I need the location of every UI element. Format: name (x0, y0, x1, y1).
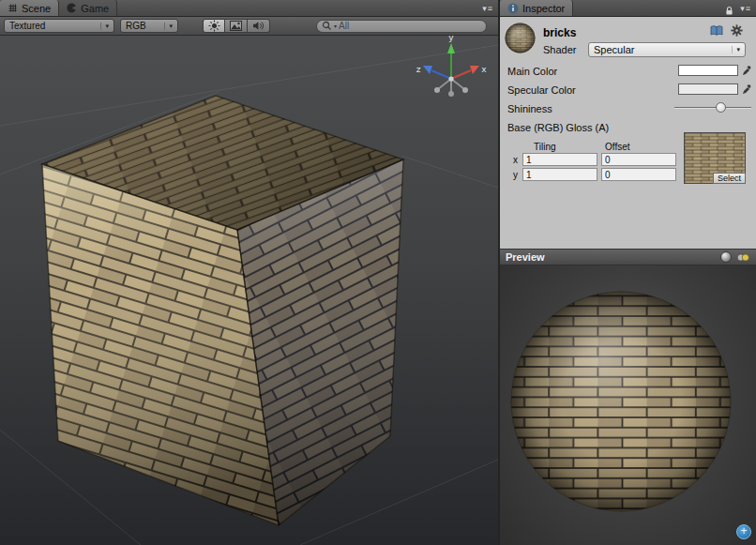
scene-grid-icon (8, 3, 18, 13)
tab-game-label: Game (81, 3, 109, 14)
offset-header: Offset (605, 142, 630, 152)
tab-inspector[interactable]: Inspector (500, 0, 573, 16)
offset-y-input[interactable] (601, 168, 676, 181)
main-color-label: Main Color (507, 66, 557, 77)
chevron-down-icon: ▾ (164, 23, 173, 30)
lock-icon[interactable] (725, 6, 733, 16)
tab-scene-label: Scene (22, 3, 51, 14)
sun-icon (208, 20, 220, 32)
offset-x-input[interactable] (601, 153, 676, 166)
axis-y-label: y (448, 36, 454, 42)
material-preview-sphere[interactable] (500, 265, 756, 545)
shininess-slider-track[interactable] (674, 107, 751, 109)
lighting-toggle-button[interactable] (203, 19, 225, 33)
preview-header-icons (720, 251, 750, 263)
search-filter-dropdown-icon[interactable]: ▾ (334, 23, 337, 29)
scene-tabbar: Scene Game ▾≡ (0, 0, 498, 17)
inspector-panel: Inspector ▾≡ bricks Shader Specular ▾ (500, 0, 756, 545)
gear-icon[interactable] (731, 24, 743, 37)
shader-dropdown[interactable]: Specular ▾ (588, 42, 746, 57)
axis-y-cone[interactable] (447, 43, 455, 53)
tab-inspector-label: Inspector (522, 3, 565, 14)
shader-label: Shader (543, 44, 576, 55)
chevron-down-icon: ▾ (732, 46, 740, 53)
game-icon (67, 3, 77, 13)
axis-x-cone[interactable] (470, 66, 479, 74)
texture-thumbnail[interactable]: Select (684, 132, 746, 184)
shininess-slider-thumb[interactable] (716, 102, 726, 113)
color-mode-dropdown[interactable]: RGB ▾ (120, 19, 178, 33)
scene-viewport-canvas[interactable]: y x z (0, 36, 498, 545)
material-editor: bricks Shader Specular ▾ (500, 17, 756, 249)
color-mode-value: RGB (126, 21, 146, 31)
shader-value: Specular (594, 44, 634, 55)
shininess-slider[interactable] (674, 101, 751, 114)
axis-gizmo-neg-cone[interactable] (462, 87, 468, 93)
shininess-label: Shininess (507, 103, 552, 114)
brick-cube[interactable] (42, 96, 403, 525)
preview-title: Preview (506, 251, 545, 263)
preview-lighting-icon[interactable] (736, 252, 750, 263)
tiling-y-input[interactable] (522, 168, 597, 181)
specular-color-label: Specular Color (507, 84, 576, 96)
scene-search[interactable]: ▾ (316, 20, 487, 33)
scene-panel: Scene Game ▾≡ Textured ▾ RGB ▾ (0, 0, 498, 545)
draw-mode-dropdown[interactable]: Textured ▾ (4, 19, 114, 33)
material-thumbnail[interactable] (505, 23, 536, 53)
skybox-toggle-button[interactable] (225, 19, 248, 33)
axis-gizmo[interactable]: y x z (416, 36, 488, 97)
axis-z-cone[interactable] (423, 66, 432, 74)
info-icon (507, 3, 519, 14)
tab-scene[interactable]: Scene (0, 0, 59, 16)
speaker-icon (252, 21, 265, 31)
draw-mode-value: Textured (9, 21, 45, 31)
search-icon (322, 21, 332, 31)
scene-panel-menu-icon[interactable]: ▾≡ (477, 1, 498, 16)
axis-gizmo-neg-cone[interactable] (448, 91, 454, 97)
material-preview-area[interactable]: + (500, 265, 756, 545)
material-thumbnail-sphere (505, 23, 536, 53)
tiling-row-x-label: x (513, 155, 518, 165)
texture-slot-label: Base (RGB) Gloss (A) (507, 122, 609, 133)
inspector-panel-menu-icon[interactable]: ▾≡ (735, 1, 756, 16)
scene-toolbar: Textured ▾ RGB ▾ (0, 17, 498, 36)
scene-toggle-group (203, 19, 270, 33)
eyedropper-icon[interactable] (742, 65, 751, 76)
eyedropper-icon[interactable] (742, 83, 751, 95)
main-color-swatch[interactable] (678, 65, 738, 76)
texture-select-button[interactable]: Select (713, 173, 746, 184)
tiling-row-y-label: y (513, 170, 518, 180)
tab-game[interactable]: Game (59, 0, 117, 16)
material-name: bricks (543, 26, 576, 39)
unity-editor-window: Scene Game ▾≡ Textured ▾ RGB ▾ (0, 0, 756, 545)
search-input[interactable] (339, 21, 481, 31)
tiling-header: Tiling (534, 142, 556, 152)
axis-z-label: z (416, 65, 421, 74)
add-button[interactable]: + (736, 524, 751, 539)
axis-gizmo-neg-cone[interactable] (434, 87, 440, 93)
axis-x-label: x (481, 65, 487, 74)
help-book-icon[interactable] (710, 25, 723, 37)
preview-header[interactable]: Preview (500, 249, 756, 265)
audio-toggle-button[interactable] (248, 19, 270, 33)
specular-color-swatch[interactable] (678, 83, 738, 95)
tiling-x-input[interactable] (522, 153, 597, 166)
inspector-tabbar: Inspector ▾≡ (500, 0, 756, 17)
scene-viewport[interactable]: y x z (0, 36, 498, 545)
chevron-down-icon: ▾ (100, 23, 109, 30)
axis-gizmo-center[interactable] (448, 76, 453, 81)
image-icon (230, 21, 242, 31)
preview-shape-icon[interactable] (720, 251, 732, 263)
